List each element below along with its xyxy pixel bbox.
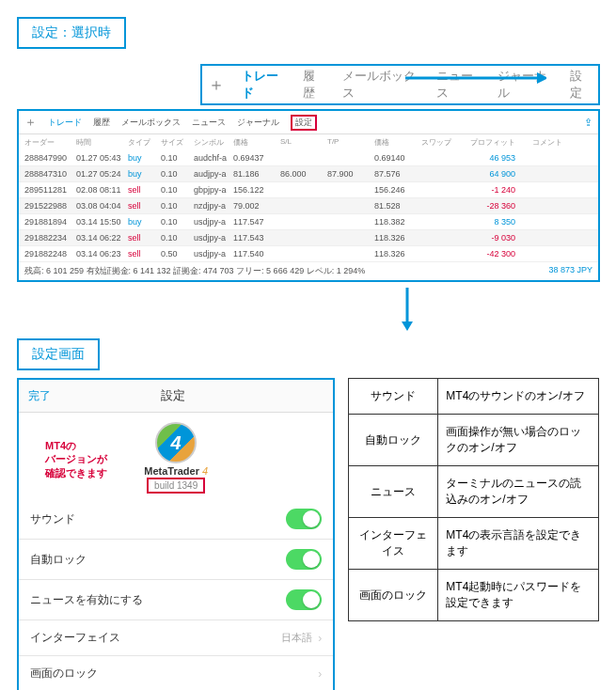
desc-key: 自動ロック: [349, 415, 438, 466]
col-order: オーダー: [24, 137, 76, 148]
table-row: 自動ロック画面操作が無い場合のロックのオン/オフ: [349, 415, 599, 466]
desc-key: 画面のロック: [349, 570, 438, 621]
section-title-select: 設定：選択時: [17, 17, 126, 49]
tab-journal-small[interactable]: ジャーナル: [237, 117, 279, 129]
build-version: build 1349: [147, 478, 205, 494]
plus-icon[interactable]: ＋: [208, 73, 225, 96]
col-comment: コメント: [515, 137, 562, 148]
setting-sound-label: サウンド: [30, 511, 286, 527]
setting-news[interactable]: ニュースを有効にする: [19, 580, 333, 620]
desc-value: MT4起動時にパスワードを設定できます: [438, 570, 599, 621]
trade-panel: ＋ トレード 履歴 メールボックス ニュース ジャーナル 設定 ⇪ オーダー 時…: [17, 109, 600, 282]
table-row: ニュースターミナルのニュースの読込みのオン/オフ: [349, 466, 599, 518]
setting-screenlock[interactable]: 画面のロック ›: [19, 656, 333, 690]
chevron-right-icon: ›: [318, 632, 322, 645]
table-row: 画面のロックMT4起動時にパスワードを設定できます: [349, 570, 599, 621]
tab-settings[interactable]: 設定: [570, 68, 592, 102]
setting-news-label: ニュースを有効にする: [30, 592, 286, 608]
desc-value: ターミナルのニュースの読込みのオン/オフ: [438, 466, 599, 518]
metatrader-logo-icon: 4: [155, 422, 197, 463]
desc-key: ニュース: [349, 466, 438, 518]
col-price2: 価格: [374, 137, 421, 148]
tab-trade[interactable]: トレード: [242, 68, 286, 102]
svg-marker-1: [537, 72, 546, 84]
trade-footer: 残高: 6 101 259 有効証拠金: 6 141 132 証拠金: 474 …: [19, 262, 598, 280]
plus-icon[interactable]: ＋: [24, 114, 37, 131]
col-type: タイプ: [128, 137, 161, 148]
table-row[interactable]: 28884799001.27 05:43buy0.10audchf-a0.694…: [19, 150, 598, 166]
settings-header: 完了 設定: [19, 380, 333, 413]
table-row[interactable]: 29188224803.14 06:23sell0.50usdjpy-a117.…: [19, 246, 598, 262]
balance-text: 残高: 6 101 259 有効証拠金: 6 141 132 証拠金: 474 …: [24, 265, 365, 277]
table-row: インターフェイスMT4の表示言語を設定できます: [349, 518, 599, 570]
desc-value: MT4の表示言語を設定できます: [438, 518, 599, 570]
trade-table-header: オーダー 時間 タイプ サイズ シンボル 価格 S/L T/P 価格 スワップ …: [19, 134, 598, 150]
toggle-news[interactable]: [286, 589, 322, 610]
setting-interface-value: 日本語: [281, 631, 312, 645]
arrow-right-icon: [405, 70, 546, 86]
total-profit: 38 873 JPY: [548, 265, 592, 277]
arrow-down-icon: [214, 288, 599, 333]
version-callout: MT4の バージョンが 確認できます: [45, 439, 107, 479]
chevron-right-icon: ›: [318, 667, 322, 681]
toggle-autolock[interactable]: [286, 549, 322, 570]
table-row[interactable]: 29188223403.14 06:22sell0.10usdjpy-a117.…: [19, 230, 598, 246]
desc-key: サウンド: [349, 379, 438, 415]
setting-interface-label: インターフェイス: [30, 630, 281, 646]
table-row[interactable]: 28884731001.27 05:24buy0.10audjpy-a81.18…: [19, 166, 598, 182]
setting-sound[interactable]: サウンド: [19, 499, 333, 540]
tab-mailbox-small[interactable]: メールボックス: [121, 117, 181, 129]
col-sl: S/L: [280, 137, 327, 148]
col-time: 時間: [76, 137, 128, 148]
tab-history[interactable]: 履歴: [303, 68, 325, 102]
col-swap: スワップ: [421, 137, 459, 148]
desc-key: インターフェイス: [349, 518, 438, 570]
tab-news-small[interactable]: ニュース: [192, 117, 226, 129]
col-tp: T/P: [327, 137, 374, 148]
app-icon-area: MT4の バージョンが 確認できます 4 MetaTrader 4 build …: [19, 413, 333, 499]
col-symbol: シンボル: [194, 137, 233, 148]
table-row[interactable]: 29152298803.08 04:04sell0.10nzdjpy-a79.0…: [19, 198, 598, 214]
table-row[interactable]: 29188189403.14 15:50buy0.10usdjpy-a117.5…: [19, 214, 598, 230]
settings-title: 設定: [23, 387, 324, 404]
col-price1: 価格: [233, 137, 280, 148]
toggle-sound[interactable]: [286, 509, 322, 529]
desc-value: MT4のサウンドのオン/オフ: [438, 379, 599, 415]
settings-panel: 完了 設定 MT4の バージョンが 確認できます 4 MetaTrader 4 …: [17, 378, 335, 690]
tab-trade-small[interactable]: トレード: [48, 117, 82, 129]
col-size: サイズ: [161, 137, 194, 148]
setting-autolock[interactable]: 自動ロック: [19, 540, 333, 580]
top-section: ＋ トレード 履歴 メールボックス ニュース ジャーナル 設定 ＋ トレード 履…: [17, 64, 599, 282]
bottom-section: 完了 設定 MT4の バージョンが 確認できます 4 MetaTrader 4 …: [17, 378, 599, 690]
tab-settings-boxed[interactable]: 設定: [291, 115, 317, 131]
table-row: サウンドMT4のサウンドのオン/オフ: [349, 379, 599, 415]
setting-autolock-label: 自動ロック: [30, 552, 286, 568]
setting-screenlock-label: 画面のロック: [30, 666, 312, 682]
svg-marker-3: [402, 321, 413, 331]
export-icon[interactable]: ⇪: [584, 117, 592, 129]
table-row[interactable]: 28951128102.08 08:11sell0.10gbpjpy-a156.…: [19, 182, 598, 198]
desc-value: 画面操作が無い場合のロックのオン/オフ: [438, 415, 599, 466]
section-title-settings: 設定画面: [17, 338, 100, 370]
description-table: サウンドMT4のサウンドのオン/オフ自動ロック画面操作が無い場合のロックのオン/…: [348, 378, 599, 621]
col-profit: プロフィット: [459, 137, 515, 148]
setting-interface[interactable]: インターフェイス 日本語 ›: [19, 620, 333, 656]
trade-panel-tabs: ＋ トレード 履歴 メールボックス ニュース ジャーナル 設定 ⇪: [19, 111, 598, 134]
main-tabs-bar: ＋ トレード 履歴 メールボックス ニュース ジャーナル 設定: [200, 64, 600, 105]
tab-history-small[interactable]: 履歴: [93, 117, 110, 129]
